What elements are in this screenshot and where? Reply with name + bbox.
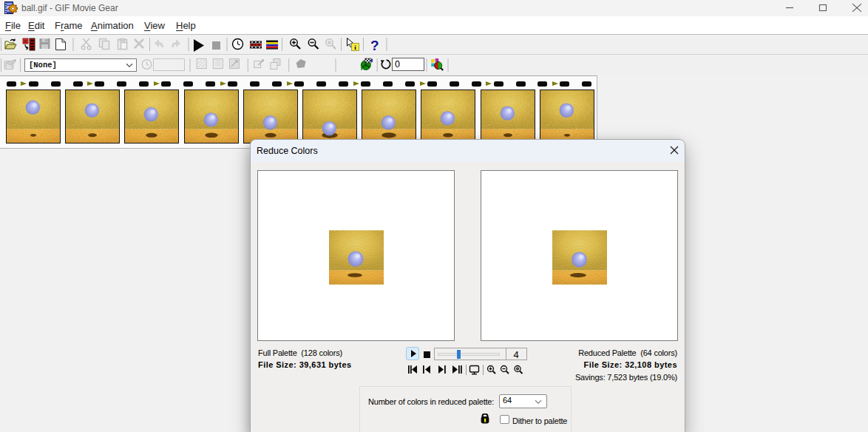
svg-text:?: ?	[370, 38, 379, 53]
